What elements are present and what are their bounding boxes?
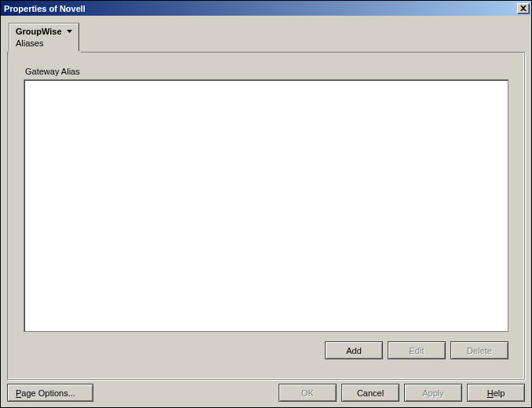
- close-button[interactable]: [517, 3, 530, 14]
- tab-cover: [9, 51, 81, 53]
- close-icon: [520, 5, 527, 11]
- tab-sublabel: Aliases: [16, 38, 74, 49]
- panel-button-row: Add Edit Delete: [24, 341, 508, 359]
- add-button[interactable]: Add: [325, 341, 383, 359]
- tab-groupwise[interactable]: GroupWise Aliases: [9, 23, 79, 53]
- tab-label: GroupWise: [16, 26, 62, 37]
- gateway-alias-listbox[interactable]: [24, 79, 508, 332]
- title-bar: Properties of Novell: [1, 1, 531, 16]
- ok-button: OK: [279, 384, 337, 402]
- delete-button: Delete: [450, 341, 508, 359]
- page-options-button[interactable]: Page Options...: [7, 384, 93, 402]
- help-button[interactable]: Help: [467, 384, 525, 402]
- chevron-down-icon: [67, 30, 72, 33]
- main-panel: Gateway Alias Add Edit Delete: [7, 52, 525, 380]
- dialog-body: GroupWise Aliases Gateway Alias Add Edit…: [1, 16, 531, 407]
- cancel-button[interactable]: Cancel: [341, 384, 399, 402]
- dialog-window: Properties of Novell GroupWise Aliases G…: [0, 0, 532, 408]
- apply-button: Apply: [404, 384, 462, 402]
- edit-button: Edit: [388, 341, 446, 359]
- dialog-footer: Page Options... OK Cancel Apply Help: [7, 384, 525, 402]
- window-title: Properties of Novell: [4, 4, 517, 13]
- tab-strip: GroupWise Aliases: [9, 23, 79, 53]
- gateway-alias-label: Gateway Alias: [25, 67, 508, 76]
